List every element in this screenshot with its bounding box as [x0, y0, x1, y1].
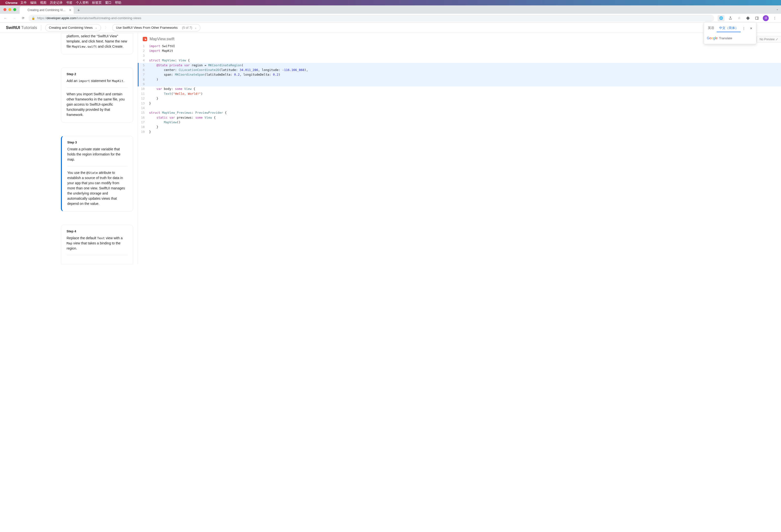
- step-card-4[interactable]: Step 4 Replace the default Text view wit…: [61, 225, 133, 264]
- code-text: import SwiftUI: [148, 44, 175, 48]
- no-preview-toggle[interactable]: No Preview ⤢: [756, 36, 781, 43]
- chapter-label: Creating and Combining Views: [49, 26, 93, 30]
- chevron-down-icon: ⌄: [195, 26, 197, 29]
- tab-strip: Creating and Combining Views × + ⌄: [0, 5, 781, 14]
- back-button[interactable]: ←: [2, 15, 9, 22]
- forward-button[interactable]: →: [11, 15, 18, 22]
- step-3-title: Step 3: [67, 140, 127, 144]
- code-line: 5 @State private var region = MKCoordina…: [138, 63, 781, 68]
- steps-column: platform, select the “SwiftUI View” temp…: [0, 33, 137, 264]
- divider: [67, 87, 127, 88]
- line-number: 5: [138, 63, 148, 68]
- menubar-item[interactable]: 书签: [66, 1, 73, 4]
- browser-tab[interactable]: Creating and Combining Views ×: [19, 6, 74, 14]
- section-dropdown[interactable]: Use SwiftUI Views From Other Frameworks …: [112, 24, 200, 32]
- code-block[interactable]: 1import SwiftUI2import MapKit34struct Ma…: [138, 44, 781, 134]
- line-number: 1: [138, 44, 148, 48]
- window-minimize-button[interactable]: [8, 8, 11, 11]
- lock-icon: 🔒: [32, 16, 35, 20]
- window-close-button[interactable]: [3, 8, 6, 11]
- code-line: 9: [138, 82, 781, 86]
- translate-menu-icon[interactable]: ⋮: [741, 26, 746, 31]
- translate-tab-target[interactable]: 中文（简体）: [717, 24, 741, 32]
- translate-brand-word: Translate: [719, 36, 732, 40]
- reload-button[interactable]: ⟳: [19, 15, 27, 22]
- code-line: 18 }: [138, 125, 781, 129]
- tabs-dropdown-icon[interactable]: ⌄: [776, 7, 779, 11]
- code-line: 12 }: [138, 96, 781, 101]
- line-number: 6: [138, 68, 148, 72]
- code-text: [148, 53, 149, 58]
- brand-title[interactable]: SwiftUI Tutorials: [6, 25, 37, 30]
- extensions-icon[interactable]: [745, 15, 751, 21]
- code-line: 15struct MapView_Previews: PreviewProvid…: [138, 110, 781, 115]
- step-2-note: When you import SwiftUI and certain othe…: [67, 92, 127, 117]
- line-number: 4: [138, 58, 148, 63]
- menubar-item[interactable]: 个人资料: [76, 1, 89, 4]
- divider: [41, 25, 41, 31]
- line-number: 7: [138, 72, 148, 77]
- profile-avatar[interactable]: 涯: [763, 15, 769, 21]
- address-bar[interactable]: 🔒 https://developer.apple.com/tutorials/…: [29, 15, 714, 22]
- menubar-item[interactable]: 标签页: [92, 1, 102, 4]
- code-text: static var previews: some View {: [148, 115, 216, 120]
- translate-close-icon[interactable]: ✕: [748, 26, 754, 31]
- code-text: @State private var region = MKCoordinate…: [148, 63, 243, 68]
- menubar-item[interactable]: 视图: [40, 1, 46, 4]
- menubar-item[interactable]: 帮助: [115, 1, 121, 4]
- chapter-dropdown[interactable]: Creating and Combining Views ⌄: [45, 24, 101, 32]
- new-tab-button[interactable]: +: [75, 7, 82, 14]
- breadcrumb-separator-icon: 〉: [105, 26, 108, 30]
- menubar-item[interactable]: 窗口: [105, 1, 112, 4]
- code-text: }: [148, 101, 151, 106]
- translate-icon[interactable]: 🌐: [717, 15, 725, 21]
- menubar-app-name[interactable]: Chrome: [5, 1, 17, 5]
- menubar-item[interactable]: 编辑: [30, 1, 37, 4]
- code-text: }: [148, 96, 158, 101]
- menubar-item[interactable]: 文件: [20, 1, 27, 4]
- step-card-1-partial: platform, select the “SwiftUI View” temp…: [61, 33, 133, 54]
- code-line: 14: [138, 106, 781, 110]
- swift-file-icon: [143, 37, 147, 41]
- browser-toolbar: ← → ⟳ 🔒 https://developer.apple.com/tuto…: [0, 14, 781, 23]
- code-line: 4struct MapView: View {: [138, 58, 781, 63]
- bookmark-star-icon[interactable]: ☆: [736, 15, 742, 21]
- code-line: 19}: [138, 129, 781, 134]
- code-file-header: MapView.swift: [138, 36, 781, 44]
- share-icon[interactable]: [728, 15, 733, 21]
- step-card-2[interactable]: Step 2 Add an import statement for MapKi…: [61, 68, 133, 123]
- menubar-item[interactable]: 历史记录: [50, 1, 63, 4]
- tab-close-icon[interactable]: ×: [69, 8, 71, 12]
- expand-icon: ⤢: [776, 38, 778, 41]
- code-text: MapView(): [148, 120, 180, 125]
- line-number: 8: [138, 77, 148, 82]
- chevron-down-icon: ⌄: [95, 26, 97, 29]
- code-file-name: MapView.swift: [150, 37, 174, 41]
- line-number: 17: [138, 120, 148, 125]
- translate-tab-source[interactable]: 英语: [705, 24, 717, 32]
- line-number: 16: [138, 115, 148, 120]
- step-card-3[interactable]: Step 3 Create a private state variable t…: [61, 136, 133, 211]
- code-text: import MapKit: [148, 48, 173, 53]
- line-number: 19: [138, 129, 148, 134]
- window-controls: [2, 5, 18, 14]
- step-3-body: Create a private state variable that hol…: [67, 147, 127, 162]
- tab-title: Creating and Combining Views: [28, 8, 67, 12]
- divider: [67, 166, 127, 166]
- line-number: 18: [138, 125, 148, 129]
- code-line: 7 span: MKCoordinateSpan(latitudeDelta: …: [138, 72, 781, 77]
- line-number: 2: [138, 48, 148, 53]
- tutorial-header: SwiftUI Tutorials Creating and Combining…: [0, 23, 781, 33]
- code-text: struct MapView: View {: [148, 58, 190, 63]
- code-line: 10 var body: some View {: [138, 86, 781, 91]
- line-number: 13: [138, 101, 148, 106]
- line-number: 9: [138, 82, 148, 86]
- sidepanel-icon[interactable]: [754, 15, 760, 21]
- url-text: https://developer.apple.com/tutorials/sw…: [37, 16, 141, 20]
- step-1-body: platform, select the “SwiftUI View” temp…: [67, 34, 127, 49]
- step-3-note: You use the @State attribute to establis…: [67, 170, 127, 206]
- google-logo: Google: [707, 36, 717, 40]
- chrome-menu-icon[interactable]: ⋮: [772, 15, 778, 21]
- window-maximize-button[interactable]: [13, 8, 16, 11]
- no-preview-label: No Preview: [759, 38, 775, 41]
